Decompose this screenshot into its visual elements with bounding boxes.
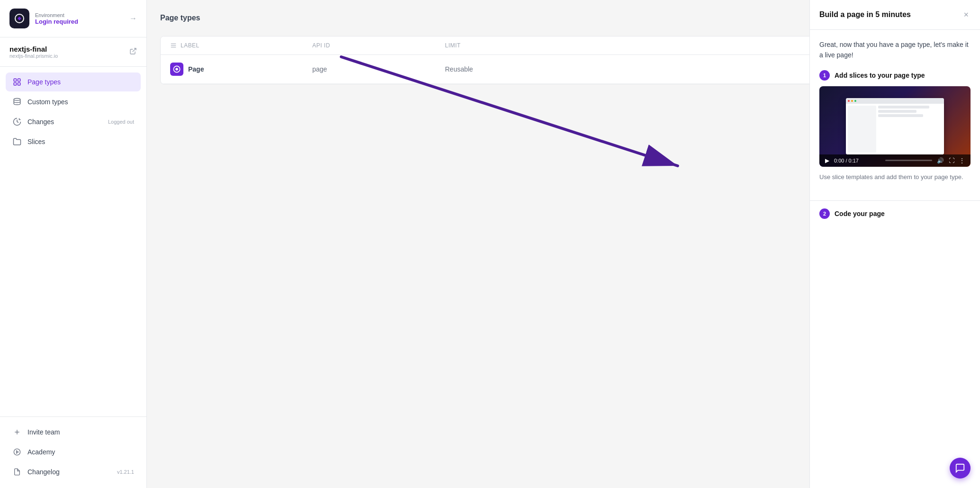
vis-dot-yellow <box>851 100 853 102</box>
sidebar-item-changelog[interactable]: Changelog v1.21.1 <box>6 462 141 481</box>
svg-marker-10 <box>17 451 18 453</box>
page-types-icon <box>12 77 22 87</box>
panel-description: Great, now that you have a page type, le… <box>819 39 971 61</box>
page-type-icon <box>170 63 183 76</box>
video-right-controls: 🔊 ⛶ ⋮ <box>936 157 966 164</box>
svg-point-6 <box>14 99 20 101</box>
svg-rect-3 <box>18 79 20 81</box>
vis-dot-red <box>848 100 850 102</box>
sidebar-item-changes[interactable]: Changes Logged out <box>6 112 141 131</box>
table-col-label: Label <box>170 42 312 49</box>
video-play-button[interactable]: ▶ <box>824 157 830 164</box>
changelog-version: v1.21.1 <box>117 469 134 475</box>
project-info: nextjs-final nextjs-final.prismic.io <box>0 37 146 67</box>
sidebar-item-page-types-label: Page types <box>27 78 61 86</box>
row-api-id: page <box>312 65 445 73</box>
sidebar-bottom-nav: Invite team Academy Changelog v1.21.1 <box>0 416 146 488</box>
vis-content-small <box>878 106 943 153</box>
environment-info: Environment Login required <box>35 12 124 25</box>
panel-body: Great, now that you have a page type, le… <box>810 30 980 200</box>
svg-rect-5 <box>18 83 20 85</box>
video-timestamp: 0:00 / 0:17 <box>834 158 881 163</box>
sidebar-nav: Page types Custom types Ch <box>0 67 146 416</box>
sidebar: Environment Login required → nextjs-fina… <box>0 0 147 488</box>
vis-body <box>846 104 944 154</box>
changelog-label: Changelog <box>27 468 60 476</box>
changes-icon <box>12 117 22 127</box>
step-2-number: 2 <box>819 208 830 219</box>
vis-sidebar-small <box>848 106 876 153</box>
svg-point-14 <box>176 68 178 70</box>
video-fullscreen-button[interactable]: ⛶ <box>948 157 955 164</box>
vis-line-3 <box>878 114 923 117</box>
table-col-api-id: API ID <box>312 42 445 49</box>
changelog-icon <box>12 467 22 477</box>
academy-label: Academy <box>27 448 55 456</box>
step-1-description: Use slice templates and add them to your… <box>819 172 971 182</box>
project-details: nextjs-final nextjs-final.prismic.io <box>9 45 58 59</box>
sidebar-item-slices[interactable]: Slices <box>6 132 141 151</box>
step-1-header: 1 Add slices to your page type <box>819 70 971 81</box>
video-screen-preview <box>846 98 944 154</box>
video-more-button[interactable]: ⋮ <box>958 157 966 164</box>
vis-topbar <box>846 98 944 104</box>
sidebar-item-academy[interactable]: Academy <box>6 443 141 461</box>
svg-rect-4 <box>14 83 16 85</box>
step-2-title: Code your page <box>835 210 885 217</box>
plus-icon <box>12 427 22 437</box>
project-url: nextjs-final.prismic.io <box>9 53 58 59</box>
sidebar-header: Environment Login required → <box>0 0 146 37</box>
step-1: 1 Add slices to your page type <box>819 70 971 182</box>
changes-badge: Logged out <box>108 119 134 125</box>
page-title: Page types <box>160 14 200 22</box>
project-name: nextjs-final <box>9 45 58 53</box>
video-progress-bar[interactable] <box>885 160 933 161</box>
app-logo[interactable] <box>9 9 29 28</box>
sidebar-item-invite-team[interactable]: Invite team <box>6 423 141 442</box>
sidebar-item-changes-label: Changes <box>27 118 54 126</box>
svg-rect-2 <box>14 79 16 81</box>
invite-team-label: Invite team <box>27 428 60 436</box>
vis-line-2 <box>878 110 916 113</box>
project-external-link-icon[interactable] <box>129 47 137 57</box>
step-2: 2 Code your page <box>810 200 980 226</box>
step-1-number: 1 <box>819 70 830 81</box>
step-1-video[interactable]: ▶ 0:00 / 0:17 🔊 ⛶ ⋮ <box>819 86 971 167</box>
environment-arrow[interactable]: → <box>129 14 137 23</box>
sidebar-item-slices-label: Slices <box>27 138 45 145</box>
environment-label: Environment <box>35 12 124 18</box>
academy-icon <box>12 447 22 457</box>
environment-value: Login required <box>35 18 124 25</box>
chat-bubble-button[interactable] <box>950 458 971 479</box>
panel-close-button[interactable]: × <box>962 9 971 21</box>
row-label: Page <box>170 63 312 76</box>
video-volume-button[interactable]: 🔊 <box>936 157 945 164</box>
panel-header: Build a page in 5 minutes × <box>810 0 980 30</box>
custom-types-icon <box>12 97 22 107</box>
step-1-title: Add slices to your page type <box>835 72 925 79</box>
svg-line-1 <box>133 48 136 52</box>
panel-title: Build a page in 5 minutes <box>819 10 911 19</box>
vis-line-1 <box>878 106 929 108</box>
sidebar-item-custom-types-label: Custom types <box>27 98 68 106</box>
sidebar-item-custom-types[interactable]: Custom types <box>6 92 141 111</box>
sidebar-item-page-types[interactable]: Page types <box>6 72 141 91</box>
slices-icon <box>12 137 22 146</box>
help-panel: Build a page in 5 minutes × Great, now t… <box>809 0 980 488</box>
vis-dot-green <box>854 100 856 102</box>
video-controls[interactable]: ▶ 0:00 / 0:17 🔊 ⛶ ⋮ <box>819 154 971 167</box>
svg-point-9 <box>14 449 20 455</box>
